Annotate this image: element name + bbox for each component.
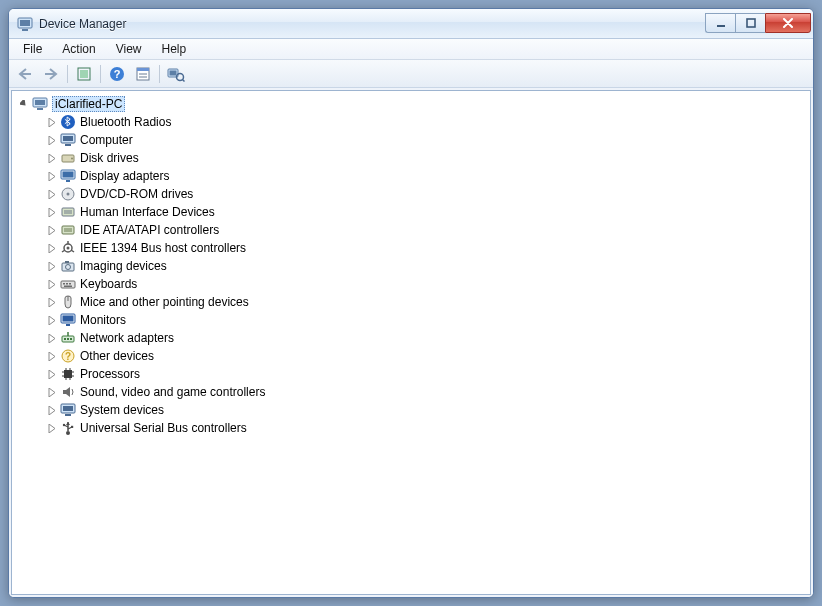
tree-item[interactable]: ?Other devices <box>12 347 810 365</box>
device-tree[interactable]: iClarified-PC Bluetooth RadiosComputerDi… <box>11 90 811 595</box>
menu-help[interactable]: Help <box>152 40 197 58</box>
tree-item[interactable]: Display adapters <box>12 167 810 185</box>
expander-icon[interactable] <box>18 98 30 110</box>
close-button[interactable] <box>765 13 811 33</box>
mouse-icon <box>60 294 76 310</box>
expander-icon[interactable] <box>46 296 58 308</box>
expander-icon[interactable] <box>46 314 58 326</box>
expander-icon[interactable] <box>46 242 58 254</box>
keyboard-icon <box>60 276 76 292</box>
tree-item-label: Human Interface Devices <box>80 205 215 219</box>
svg-point-76 <box>63 424 65 426</box>
menubar: File Action View Help <box>9 39 813 60</box>
toolbar-separator <box>100 65 101 83</box>
tree-item[interactable]: Bluetooth Radios <box>12 113 810 131</box>
svg-rect-55 <box>64 338 66 340</box>
tree-item[interactable]: Disk drives <box>12 149 810 167</box>
tree-item-label: Mice and other pointing devices <box>80 295 249 309</box>
svg-text:?: ? <box>114 68 121 80</box>
help-button[interactable]: ? <box>105 63 129 85</box>
minimize-button[interactable] <box>705 13 735 33</box>
expander-icon[interactable] <box>46 188 58 200</box>
expander-icon[interactable] <box>46 260 58 272</box>
tree-item-label: Keyboards <box>80 277 137 291</box>
svg-rect-19 <box>37 108 43 110</box>
menu-file[interactable]: File <box>13 40 52 58</box>
svg-point-30 <box>67 193 70 196</box>
svg-rect-78 <box>71 426 73 428</box>
tree-item[interactable]: Computer <box>12 131 810 149</box>
tree-item[interactable]: Keyboards <box>12 275 810 293</box>
expander-icon[interactable] <box>46 332 58 344</box>
processor-icon <box>60 366 76 382</box>
tree-item-label: Processors <box>80 367 140 381</box>
expander-icon[interactable] <box>46 368 58 380</box>
svg-rect-56 <box>67 338 69 340</box>
expander-icon[interactable] <box>46 278 58 290</box>
expander-icon[interactable] <box>46 152 58 164</box>
svg-point-25 <box>71 158 73 160</box>
tree-item[interactable]: Network adapters <box>12 329 810 347</box>
sound-icon <box>60 384 76 400</box>
toolbar-separator <box>67 65 68 83</box>
tree-item[interactable]: IEEE 1394 Bus host controllers <box>12 239 810 257</box>
svg-rect-6 <box>80 70 88 78</box>
tree-item-label: DVD/CD-ROM drives <box>80 187 193 201</box>
titlebar[interactable]: Device Manager <box>9 9 813 39</box>
cdrom-icon <box>60 186 76 202</box>
svg-rect-18 <box>35 100 45 105</box>
other-icon: ? <box>60 348 76 364</box>
tree-item[interactable]: Processors <box>12 365 810 383</box>
menu-action[interactable]: Action <box>52 40 105 58</box>
tree-item[interactable]: Sound, video and game controllers <box>12 383 810 401</box>
tree-item[interactable]: DVD/CD-ROM drives <box>12 185 810 203</box>
expander-icon[interactable] <box>46 404 58 416</box>
tree-item[interactable]: Monitors <box>12 311 810 329</box>
tree-item-label: Computer <box>80 133 133 147</box>
svg-line-41 <box>71 250 74 252</box>
menu-view[interactable]: View <box>106 40 152 58</box>
svg-rect-31 <box>62 208 74 216</box>
window-title: Device Manager <box>39 17 705 31</box>
expander-icon[interactable] <box>46 170 58 182</box>
tree-item[interactable]: Human Interface Devices <box>12 203 810 221</box>
svg-line-16 <box>183 79 185 81</box>
tree-item-label: IDE ATA/ATAPI controllers <box>80 223 219 237</box>
svg-rect-61 <box>64 370 72 378</box>
svg-rect-10 <box>137 68 149 71</box>
expander-icon[interactable] <box>46 422 58 434</box>
svg-rect-47 <box>66 283 68 285</box>
expander-icon[interactable] <box>46 350 58 362</box>
properties-button[interactable] <box>131 63 155 85</box>
expander-icon[interactable] <box>46 224 58 236</box>
toolbar: ? <box>9 60 813 88</box>
hid-icon <box>60 204 76 220</box>
svg-rect-44 <box>65 261 69 263</box>
forward-button[interactable] <box>39 63 63 85</box>
tree-item[interactable]: System devices <box>12 401 810 419</box>
svg-text:?: ? <box>65 351 71 362</box>
expander-icon[interactable] <box>46 386 58 398</box>
imaging-icon <box>60 258 76 274</box>
svg-rect-48 <box>69 283 71 285</box>
tree-item-label: Other devices <box>80 349 154 363</box>
tree-item[interactable]: Imaging devices <box>12 257 810 275</box>
show-hidden-button[interactable] <box>72 63 96 85</box>
monitor-icon <box>60 312 76 328</box>
computer-icon <box>60 132 76 148</box>
svg-line-40 <box>62 250 65 252</box>
svg-rect-14 <box>170 70 177 75</box>
svg-rect-3 <box>717 25 725 27</box>
back-button[interactable] <box>13 63 37 85</box>
tree-item-label: Imaging devices <box>80 259 167 273</box>
expander-icon[interactable] <box>46 116 58 128</box>
tree-panel: iClarified-PC Bluetooth RadiosComputerDi… <box>9 88 813 597</box>
tree-item[interactable]: Mice and other pointing devices <box>12 293 810 311</box>
tree-item[interactable]: Universal Serial Bus controllers <box>12 419 810 437</box>
expander-icon[interactable] <box>46 134 58 146</box>
tree-item[interactable]: IDE ATA/ATAPI controllers <box>12 221 810 239</box>
expander-icon[interactable] <box>46 206 58 218</box>
tree-root[interactable]: iClarified-PC <box>12 95 810 113</box>
scan-button[interactable] <box>164 63 188 85</box>
maximize-button[interactable] <box>735 13 765 33</box>
